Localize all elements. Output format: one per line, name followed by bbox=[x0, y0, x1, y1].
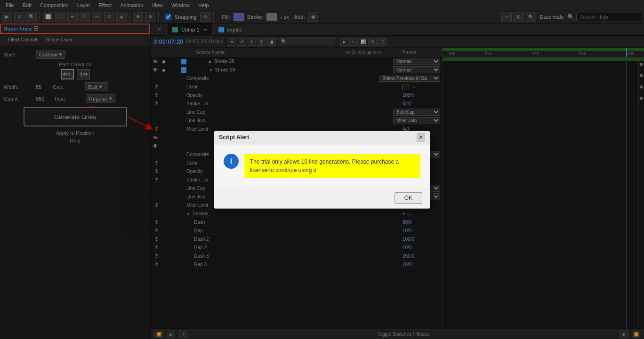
dialog-title: Script Alert bbox=[219, 134, 249, 141]
dialog-title-bar: Script Alert ✕ bbox=[214, 131, 430, 144]
dialog-body: i The trial only allows 10 line generati… bbox=[214, 144, 430, 188]
dialog-footer: OK bbox=[214, 188, 430, 208]
dialog-close-button[interactable]: ✕ bbox=[417, 133, 425, 142]
script-alert-dialog: Script Alert ✕ i The trial only allows 1… bbox=[214, 131, 430, 209]
dialog-ok-button[interactable]: OK bbox=[394, 192, 422, 204]
dialog-overlay[interactable]: Script Alert ✕ i The trial only allows 1… bbox=[0, 0, 644, 339]
dialog-info-icon: i bbox=[224, 154, 239, 169]
dialog-message: The trial only allows 10 line generation… bbox=[244, 154, 420, 178]
